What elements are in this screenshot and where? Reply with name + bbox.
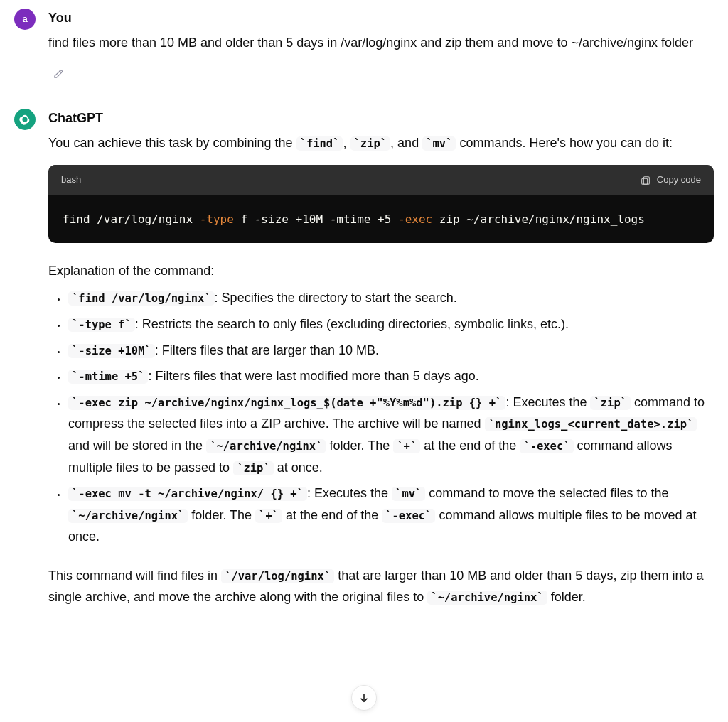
assistant-turn: ChatGPT You can achieve this task by com… [14, 107, 714, 614]
list-item: -exec zip ~/archive/nginx/nginx_logs_$(d… [67, 392, 714, 478]
user-avatar: a [14, 9, 36, 30]
text: commands. Here's how you can do it: [456, 136, 673, 150]
code-language-label: bash [61, 172, 81, 188]
code-token-flag: -type [200, 212, 234, 226]
text: at once. [274, 460, 323, 475]
pencil-icon [53, 68, 65, 80]
list-item: -type f: Restricts the search to only fi… [67, 313, 714, 335]
text: : Restricts the search to only files (ex… [135, 317, 569, 331]
text: at the end of the [282, 508, 382, 522]
list-item: -size +10M: Filters files that are large… [67, 340, 714, 362]
explanation-heading: Explanation of the command: [48, 260, 714, 282]
svg-rect-1 [642, 178, 648, 184]
clipboard-icon [640, 175, 651, 186]
text: You can achieve this task by combining t… [48, 136, 296, 150]
user-author-label: You [48, 7, 714, 29]
code-block-header: bash Copy code [48, 165, 714, 195]
inline-code: -mtime +5 [68, 370, 148, 384]
summary-paragraph: This command will find files in /var/log… [48, 565, 714, 608]
inline-code: nginx_logs_<current_date>.zip [485, 417, 697, 431]
inline-code: /var/log/nginx [221, 569, 334, 583]
text: This command will find files in [48, 569, 221, 583]
inline-code: mv [392, 487, 425, 501]
assistant-avatar [14, 109, 36, 130]
text: : Executes the [307, 486, 392, 500]
text: : Filters files that were last modified … [148, 369, 478, 383]
inline-code: -type f [68, 318, 135, 332]
assistant-content: ChatGPT You can achieve this task by com… [48, 107, 714, 614]
copy-code-label: Copy code [657, 172, 701, 188]
text: at the end of the [420, 438, 520, 453]
inline-code: -exec [382, 509, 435, 523]
inline-code: ~/archive/nginx [68, 509, 188, 523]
text: : Specifies the directory to start the s… [215, 291, 457, 305]
openai-logo-icon [18, 113, 31, 126]
text: : Executes the [505, 395, 590, 409]
text: command to move the selected files to th… [425, 486, 668, 500]
inline-code: zip [350, 136, 391, 151]
list-item: find /var/log/nginx: Specifies the direc… [67, 287, 714, 309]
inline-code: -exec [520, 439, 573, 453]
code-token: find /var/log/nginx [63, 212, 200, 226]
inline-code: zip [590, 396, 631, 410]
code-token: zip ~/archive/nginx/nginx_logs [432, 212, 645, 226]
assistant-intro: You can achieve this task by combining t… [48, 132, 714, 154]
user-turn: a You find files more than 10 MB and old… [14, 7, 714, 86]
inline-code: mv [422, 136, 456, 151]
inline-code: zip [233, 461, 274, 475]
code-token: f -size +10M -mtime +5 [234, 212, 398, 226]
text: , and [390, 136, 422, 150]
inline-code: ~/archive/nginx [206, 439, 326, 453]
list-item: -exec mv -t ~/archive/nginx/ {} +: Execu… [67, 483, 714, 548]
text: and will be stored in the [68, 438, 206, 453]
list-item: -mtime +5: Filters files that were last … [67, 365, 714, 387]
user-message: find files more than 10 MB and older tha… [48, 32, 714, 54]
inline-code: find /var/log/nginx [68, 291, 215, 306]
inline-code: + [393, 439, 420, 453]
inline-code: find [296, 136, 343, 151]
text: folder. [547, 590, 586, 604]
inline-code: -size +10M [68, 344, 155, 358]
assistant-author-label: ChatGPT [48, 107, 714, 129]
user-content: You find files more than 10 MB and older… [48, 7, 714, 86]
explanation-list: find /var/log/nginx: Specifies the direc… [48, 287, 714, 548]
inline-code: -exec zip ~/archive/nginx/nginx_logs_$(d… [68, 396, 505, 410]
user-avatar-letter: a [22, 11, 27, 27]
code-token-flag: -exec [398, 212, 432, 226]
code-block: bash Copy code find /var/log/nginx -type… [48, 165, 714, 242]
text: folder. The [326, 438, 393, 453]
inline-code: ~/archive/nginx [427, 591, 547, 605]
code-content[interactable]: find /var/log/nginx -type f -size +10M -… [48, 195, 714, 243]
svg-rect-0 [643, 176, 649, 184]
copy-code-button[interactable]: Copy code [640, 172, 701, 188]
text: : Filters files that are larger than 10 … [155, 343, 379, 357]
inline-code: + [255, 509, 282, 523]
text: , [343, 136, 350, 150]
edit-message-button[interactable] [48, 63, 68, 83]
text: folder. The [188, 508, 255, 522]
inline-code: -exec mv -t ~/archive/nginx/ {} + [68, 487, 307, 501]
